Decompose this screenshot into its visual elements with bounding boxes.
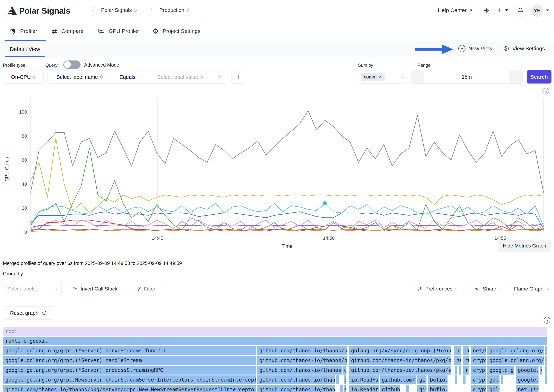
flame-frame[interactable]: git (417, 385, 426, 392)
flame-frame[interactable]: google.golang.org/grpc.NewServer.chainSt… (3, 375, 256, 384)
flame-frame[interactable]: crypt (471, 385, 486, 392)
add-matcher-button[interactable]: + (231, 70, 246, 84)
flame-frame[interactable]: github.com/thanos-io/thanos/pkg/ (257, 366, 342, 375)
flame-frame[interactable]: google. (516, 366, 539, 375)
svg-text:0: 0 (24, 230, 27, 235)
flame-frame[interactable]: ne (454, 356, 461, 365)
advanced-mode-toggle[interactable] (63, 61, 81, 69)
flame-frame[interactable] (545, 366, 547, 375)
breadcrumb-org-select[interactable]: Polar Signals (101, 7, 136, 13)
caret-down-icon[interactable] (546, 10, 549, 11)
reset-graph-button[interactable]: Reset graph ↺ (3, 306, 54, 320)
flame-frame[interactable]: github.com/thanos-io/thanos/pkg/store (349, 356, 450, 365)
search-button[interactable]: Search (527, 70, 552, 84)
flame-frame[interactable]: crypt (471, 375, 486, 384)
remove-matcher-button[interactable]: × (212, 71, 227, 83)
flame-frame[interactable]: github. (380, 385, 400, 392)
flame-frame[interactable]: google.golang.org/grpc.(*Server).process… (3, 366, 256, 375)
flame-frame[interactable]: google.golang.org/g (487, 356, 544, 365)
flame-frame[interactable]: google.golang.org/grpc.(*Server).serveSt… (3, 346, 256, 355)
flame-frame[interactable] (459, 366, 461, 375)
flame-frame[interactable]: ( (540, 366, 542, 375)
flame-frame[interactable]: runtime.goexit (3, 336, 547, 345)
flame-frame[interactable] (455, 366, 457, 375)
flame-frame[interactable]: crypt (471, 366, 486, 375)
flame-frame[interactable]: golang.org/x/sync/errgroup.(*Group).Go (349, 346, 450, 355)
filter-button[interactable]: Filter (129, 282, 162, 296)
flame-frame[interactable]: root (3, 327, 547, 336)
tab-profiler[interactable]: Profiler (9, 21, 37, 41)
group-by-labels-select[interactable]: Select labels... (3, 282, 62, 296)
flame-frame[interactable]: net/h (471, 346, 486, 355)
notifications-button[interactable] (514, 5, 527, 17)
create-new-menu[interactable]: + (496, 5, 508, 15)
tab-gpu-profiler[interactable]: GPU Profiler (98, 21, 139, 41)
profile-type-select[interactable]: On-CPU (3, 70, 43, 84)
share-button[interactable]: Share (469, 282, 507, 296)
preferences-button[interactable]: Preferences (410, 282, 464, 296)
flame-frame[interactable]: io.ReadFull (349, 375, 379, 384)
flame-frame[interactable]: github.com/thanos-io/thanos/pkg/st (257, 346, 347, 355)
flame-frame[interactable] (406, 385, 409, 392)
flame-frame[interactable]: net.(*c (516, 385, 539, 392)
flame-frame[interactable] (336, 375, 339, 384)
tab-default-view[interactable]: Default View (10, 46, 40, 52)
new-view-button[interactable]: + New View (458, 45, 492, 52)
flame-frame[interactable]: s (344, 385, 346, 392)
flame-frame[interactable]: google.golang.org/grpc.(*Server).handleS… (3, 356, 256, 365)
flame-frame[interactable]: bufio. (428, 375, 448, 384)
flame-frame[interactable] (501, 375, 503, 384)
flame-frame[interactable]: github.com/thanos-io/thanos/p (257, 385, 335, 392)
visualization-select[interactable]: Flame Graph (511, 282, 551, 296)
flame-frame[interactable]: ru (463, 356, 469, 365)
range-label: Range (417, 63, 431, 68)
flame-frame[interactable]: bufio. (428, 385, 448, 392)
flame-frame[interactable]: google.go (487, 366, 514, 375)
invert-stack-icon (72, 286, 78, 292)
invert-call-stack-button[interactable]: Invert Call Stack (65, 282, 125, 296)
flame-frame[interactable]: crypt (471, 356, 486, 365)
flame-frame[interactable]: google.golang.org/g (487, 346, 544, 355)
range-decrease-button[interactable]: − (411, 70, 424, 83)
metrics-line-chart[interactable]: 02040608010014:4514:5014:55 (0, 94, 554, 248)
flame-frame[interactable]: gola (487, 375, 499, 384)
flame-frame[interactable]: git (417, 375, 426, 384)
view-settings-button[interactable]: ⚙ View Settings (504, 45, 545, 53)
label-value-select[interactable]: Select label value (148, 71, 212, 83)
flame-frame[interactable]: google. (516, 375, 539, 384)
flame-frame[interactable] (340, 385, 343, 392)
flame-frame[interactable]: s (344, 375, 346, 384)
flame-frame[interactable]: gola (487, 385, 499, 392)
range-value-input[interactable]: 15m (424, 70, 509, 83)
hide-metrics-graph-button[interactable]: Hide Metrics Graph (498, 240, 551, 252)
sum-by-select[interactable]: comm × (358, 70, 407, 84)
range-increase-button[interactable]: + (509, 70, 523, 83)
flame-frame[interactable]: github.com/thanos-io/thanos/pkg/server/g… (3, 385, 256, 392)
flame-frame[interactable] (455, 375, 457, 384)
flame-frame[interactable]: github.com/thanos-io/thanos/pkg/st (257, 356, 347, 365)
flame-frame[interactable]: ru (463, 366, 469, 375)
breadcrumb-project-select[interactable]: Production (159, 7, 189, 13)
flame-frame[interactable]: github.com/thanos-io/thanos/pkg/store (349, 366, 450, 375)
flame-frame[interactable]: g (343, 366, 346, 375)
chip-remove-icon[interactable]: × (379, 74, 382, 79)
avatar[interactable]: YE (531, 5, 543, 17)
theme-toggle-sun-icon[interactable]: ☀ (483, 7, 490, 15)
tab-compare[interactable]: ⇄ Compare (52, 21, 83, 41)
operator-select[interactable]: Equals (111, 71, 148, 83)
flame-frame[interactable] (463, 375, 465, 384)
flame-frame[interactable]: ne (454, 346, 461, 355)
profile-type-label: Profile type (3, 63, 25, 68)
help-center-menu[interactable]: Help Center (438, 7, 473, 13)
tab-project-settings[interactable]: ⚙ Project Settings (152, 21, 200, 41)
flame-frame[interactable] (545, 375, 547, 384)
flame-frame[interactable] (545, 356, 547, 365)
flame-frame[interactable]: io.ReadAtLe (349, 385, 379, 392)
label-name-select[interactable]: Select label name (48, 71, 111, 83)
flame-frame[interactable] (545, 346, 547, 355)
flame-frame[interactable]: github.com/thanos-io/thanos/p (257, 375, 335, 384)
invert-call-stack-label: Invert Call Stack (81, 286, 117, 292)
flame-frame[interactable]: github.com/tl (380, 375, 416, 384)
info-icon[interactable]: i (544, 317, 550, 324)
flame-frame[interactable]: ru (463, 346, 469, 355)
